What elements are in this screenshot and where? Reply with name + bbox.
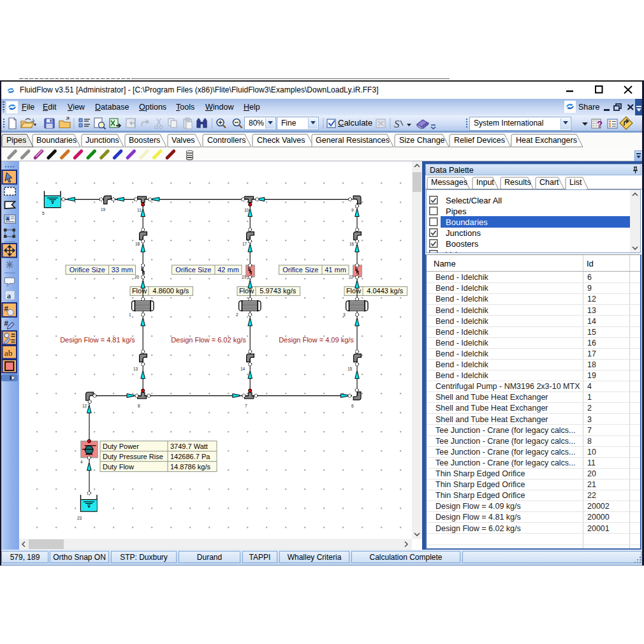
svg-text:Input: Input	[476, 178, 494, 187]
svg-text:#: #	[4, 319, 9, 327]
svg-text:41 mm: 41 mm	[325, 266, 346, 274]
svg-text:2: 2	[236, 312, 238, 317]
svg-text:List: List	[569, 178, 582, 187]
svg-text:Controllers: Controllers	[207, 136, 245, 145]
svg-text:Design Flow = 4.09 kg/s: Design Flow = 4.09 kg/s	[279, 336, 354, 344]
svg-text:Chart: Chart	[539, 178, 559, 187]
svg-text:1: 1	[129, 312, 131, 317]
svg-text:Orifice Size: Orifice Size	[282, 266, 318, 274]
svg-text:a: a	[7, 291, 11, 300]
svg-text:General Resistances: General Resistances	[316, 136, 390, 145]
svg-text:Heat Exchangers: Heat Exchangers	[516, 136, 577, 145]
svg-text:7: 7	[245, 404, 247, 408]
svg-text:22: 22	[349, 275, 354, 279]
svg-text:Check Valves: Check Valves	[257, 136, 305, 145]
svg-text:Valves: Valves	[172, 136, 195, 145]
svg-text:11: 11	[137, 208, 142, 212]
svg-text:4.0443 kg/s: 4.0443 kg/s	[367, 287, 403, 295]
svg-text:4: 4	[80, 460, 83, 464]
svg-text:18: 18	[135, 242, 140, 246]
svg-text:16: 16	[349, 242, 355, 246]
svg-text:17: 17	[242, 242, 247, 246]
svg-text:12: 12	[82, 404, 87, 408]
svg-text:S: S	[394, 118, 400, 130]
svg-text:3: 3	[343, 312, 346, 317]
svg-text:13: 13	[133, 367, 138, 371]
svg-text:14: 14	[240, 367, 245, 371]
svg-text:Pipes: Pipes	[6, 136, 26, 145]
svg-text:19: 19	[101, 207, 106, 212]
svg-text:Orifice Size: Orifice Size	[175, 266, 211, 274]
svg-text:6: 6	[351, 404, 354, 408]
svg-text:20: 20	[135, 275, 140, 279]
svg-text:Design Flow = 4.81 kg/s: Design Flow = 4.81 kg/s	[60, 336, 135, 344]
svg-text:Results: Results	[504, 178, 531, 187]
svg-text:142686.7 Pa: 142686.7 Pa	[170, 453, 210, 460]
svg-text:Duty Flow: Duty Flow	[103, 463, 134, 471]
svg-text:5.9743 kg/s: 5.9743 kg/s	[260, 287, 296, 295]
svg-text:21: 21	[242, 275, 247, 279]
svg-text:Boosters: Boosters	[129, 136, 160, 145]
svg-text:Orifice Size: Orifice Size	[70, 266, 105, 274]
svg-text:9: 9	[351, 208, 354, 212]
svg-text:?: ?	[597, 119, 603, 129]
svg-text:Boundaries: Boundaries	[36, 136, 77, 145]
svg-text:8: 8	[138, 404, 140, 408]
svg-text:Duty Pressure Rise: Duty Pressure Rise	[103, 453, 163, 460]
svg-text:Messages: Messages	[431, 178, 467, 187]
svg-text:15: 15	[348, 367, 353, 371]
svg-text:3749.7 Watt: 3749.7 Watt	[170, 443, 208, 450]
svg-text:Design Flow = 6.02 kg/s: Design Flow = 6.02 kg/s	[171, 336, 246, 344]
svg-text:5: 5	[42, 211, 45, 216]
svg-text:14.8786 kg/s: 14.8786 kg/s	[170, 463, 210, 471]
svg-text:Size Change: Size Change	[399, 136, 445, 145]
svg-text:A: A	[6, 216, 10, 222]
svg-text:Duty Power: Duty Power	[103, 443, 139, 450]
svg-text:4.8600 kg/s: 4.8600 kg/s	[152, 287, 189, 295]
svg-text:Relief Devices: Relief Devices	[454, 136, 505, 145]
svg-text:ab: ab	[4, 348, 13, 358]
svg-text:Junctions: Junctions	[85, 136, 119, 145]
svg-text:33 mm: 33 mm	[112, 266, 133, 274]
svg-text:42 mm: 42 mm	[217, 266, 239, 274]
svg-text:10: 10	[244, 208, 249, 212]
svg-text:23: 23	[77, 516, 82, 520]
